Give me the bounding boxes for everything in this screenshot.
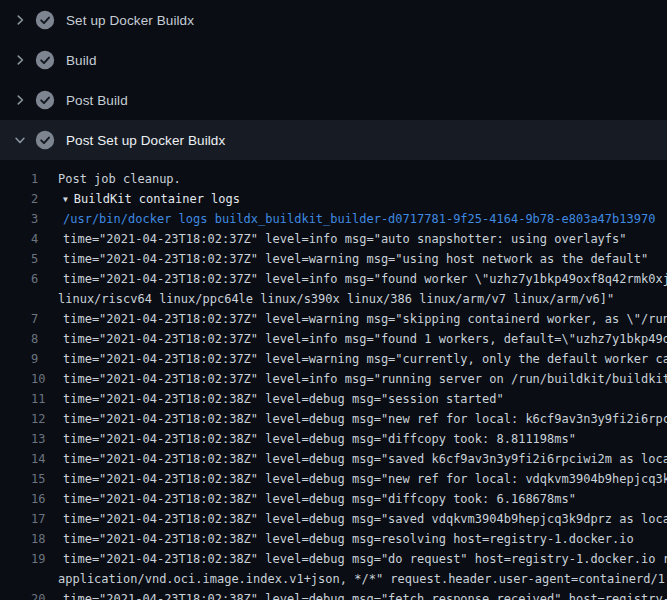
log-line: 4time="2021-04-23T18:02:37Z" level=info … <box>0 229 667 249</box>
line-number[interactable]: 2 <box>31 189 58 209</box>
log-text: time="2021-04-23T18:02:37Z" level=info m… <box>63 229 627 249</box>
step-row-post-set-up-docker-buildx[interactable]: Post Set up Docker Buildx <box>0 120 667 160</box>
log-text: time="2021-04-23T18:02:38Z" level=debug … <box>63 549 667 569</box>
line-number[interactable]: 14 <box>31 449 58 469</box>
steps-list: Set up Docker BuildxBuildPost BuildPost … <box>0 0 667 160</box>
line-number[interactable]: 10 <box>31 369 58 389</box>
line-number <box>31 289 58 309</box>
log-area: 1Post job cleanup.2▼BuildKit container l… <box>0 160 667 600</box>
chevron-right-icon <box>12 12 28 28</box>
step-label: Post Build <box>66 93 128 108</box>
log-line: 7time="2021-04-23T18:02:37Z" level=warni… <box>0 309 667 329</box>
log-text: time="2021-04-23T18:02:38Z" level=debug … <box>63 529 634 549</box>
log-line: 3/usr/bin/docker logs buildx_buildkit_bu… <box>0 209 667 229</box>
check-circle-icon <box>35 130 55 150</box>
line-number[interactable]: 20 <box>31 589 58 600</box>
log-text: time="2021-04-23T18:02:37Z" level=info m… <box>63 369 667 389</box>
log-line: 16time="2021-04-23T18:02:38Z" level=debu… <box>0 489 667 509</box>
line-number[interactable]: 4 <box>31 229 58 249</box>
step-label: Post Set up Docker Buildx <box>66 133 225 148</box>
log-line: 5time="2021-04-23T18:02:37Z" level=warni… <box>0 249 667 269</box>
log-line: 15time="2021-04-23T18:02:38Z" level=debu… <box>0 469 667 489</box>
log-line: 9time="2021-04-23T18:02:37Z" level=warni… <box>0 349 667 369</box>
line-number[interactable]: 1 <box>31 169 58 189</box>
log-line: 13time="2021-04-23T18:02:38Z" level=debu… <box>0 429 667 449</box>
log-text: time="2021-04-23T18:02:37Z" level=warnin… <box>63 349 667 369</box>
chevron-right-icon <box>12 52 28 68</box>
line-number[interactable]: 9 <box>31 349 58 369</box>
line-number[interactable]: 7 <box>31 309 58 329</box>
log-line-wrap: application/vnd.oci.image.index.v1+json,… <box>0 569 667 589</box>
log-line: 11time="2021-04-23T18:02:38Z" level=debu… <box>0 389 667 409</box>
line-number <box>31 569 58 589</box>
step-row-build[interactable]: Build <box>0 40 667 80</box>
log-line: 2▼BuildKit container logs <box>0 189 667 209</box>
log-text: linux/riscv64 linux/ppc64le linux/s390x … <box>58 289 614 309</box>
line-number[interactable]: 16 <box>31 489 58 509</box>
log-text: time="2021-04-23T18:02:38Z" level=debug … <box>63 489 576 509</box>
line-number[interactable]: 18 <box>31 529 58 549</box>
step-label: Build <box>66 53 97 68</box>
line-number[interactable]: 5 <box>31 249 58 269</box>
log-group-label: BuildKit container logs <box>74 192 240 206</box>
check-circle-icon <box>35 50 55 70</box>
log-line: 12time="2021-04-23T18:02:38Z" level=debu… <box>0 409 667 429</box>
chevron-right-icon <box>12 92 28 108</box>
chevron-down-icon <box>12 132 28 148</box>
log-text: time="2021-04-23T18:02:38Z" level=debug … <box>63 589 667 600</box>
log-line: 20time="2021-04-23T18:02:38Z" level=debu… <box>0 589 667 600</box>
log-line: 8time="2021-04-23T18:02:37Z" level=info … <box>0 329 667 349</box>
log-line: 1Post job cleanup. <box>0 169 667 189</box>
log-text: application/vnd.oci.image.index.v1+json,… <box>58 569 667 589</box>
line-number[interactable]: 3 <box>31 209 58 229</box>
line-number[interactable]: 15 <box>31 469 58 489</box>
log-text: time="2021-04-23T18:02:37Z" level=warnin… <box>63 249 648 269</box>
log-line-wrap: linux/riscv64 linux/ppc64le linux/s390x … <box>0 289 667 309</box>
log-line: 18time="2021-04-23T18:02:38Z" level=debu… <box>0 529 667 549</box>
log-line: 17time="2021-04-23T18:02:38Z" level=debu… <box>0 509 667 529</box>
log-text: time="2021-04-23T18:02:38Z" level=debug … <box>63 469 667 489</box>
log-line: 19time="2021-04-23T18:02:38Z" level=debu… <box>0 549 667 569</box>
log-text: time="2021-04-23T18:02:38Z" level=debug … <box>63 449 667 469</box>
check-circle-icon <box>35 90 55 110</box>
step-label: Set up Docker Buildx <box>66 13 194 28</box>
log-text: time="2021-04-23T18:02:38Z" level=debug … <box>63 389 504 409</box>
line-number[interactable]: 17 <box>31 509 58 529</box>
log-text: time="2021-04-23T18:02:37Z" level=info m… <box>63 269 667 289</box>
line-number[interactable]: 19 <box>31 549 58 569</box>
line-number[interactable]: 8 <box>31 329 58 349</box>
log-command-text: /usr/bin/docker logs buildx_buildkit_bui… <box>63 209 655 229</box>
log-text: time="2021-04-23T18:02:37Z" level=info m… <box>63 329 667 349</box>
group-toggle-triangle-icon[interactable]: ▼ <box>63 190 68 209</box>
log-text: time="2021-04-23T18:02:38Z" level=debug … <box>63 409 667 429</box>
log-group-header: ▼BuildKit container logs <box>63 189 240 209</box>
log-text: Post job cleanup. <box>58 169 181 189</box>
step-row-post-build[interactable]: Post Build <box>0 80 667 120</box>
log-line: 6time="2021-04-23T18:02:37Z" level=info … <box>0 269 667 289</box>
line-number[interactable]: 11 <box>31 389 58 409</box>
log-text: time="2021-04-23T18:02:38Z" level=debug … <box>63 429 576 449</box>
log-line: 10time="2021-04-23T18:02:37Z" level=info… <box>0 369 667 389</box>
line-number[interactable]: 12 <box>31 409 58 429</box>
log-line: 14time="2021-04-23T18:02:38Z" level=debu… <box>0 449 667 469</box>
check-circle-icon <box>35 10 55 30</box>
log-text: time="2021-04-23T18:02:38Z" level=debug … <box>63 509 667 529</box>
log-text: time="2021-04-23T18:02:37Z" level=warnin… <box>63 309 667 329</box>
step-row-set-up-docker-buildx[interactable]: Set up Docker Buildx <box>0 0 667 40</box>
line-number[interactable]: 6 <box>31 269 58 289</box>
line-number[interactable]: 13 <box>31 429 58 449</box>
